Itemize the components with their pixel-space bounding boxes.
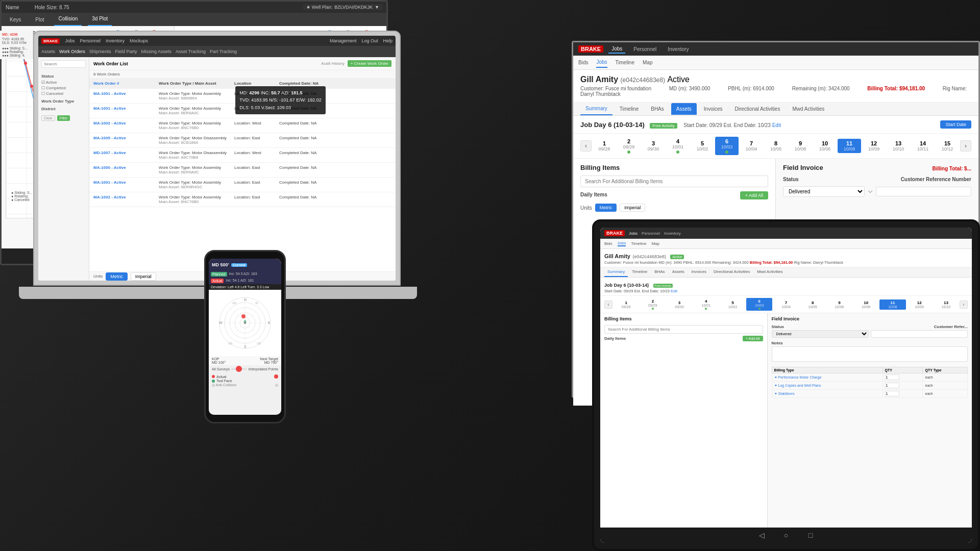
- table-row[interactable]: MA-1005 - Active Work Order Type: Motor …: [89, 133, 396, 148]
- status-completed[interactable]: ☐ Completed: [41, 86, 86, 90]
- lm-subnav-timeline[interactable]: Timeline: [616, 58, 634, 67]
- ip-target-check[interactable]: Tool Face: [212, 379, 278, 383]
- lm-tab-timeline[interactable]: Timeline: [615, 103, 644, 115]
- lm-subnav-jobs[interactable]: Jobs: [596, 57, 607, 68]
- wol-nav-mockups[interactable]: Mockups: [130, 38, 148, 43]
- at-day-6[interactable]: 610/03: [746, 298, 772, 311]
- wol-nav-inventory[interactable]: Inventory: [106, 38, 125, 43]
- at-billing-row[interactable]: ✦ Log Copies and Well Plans each: [772, 382, 967, 390]
- at-day-5[interactable]: 510/02: [720, 299, 746, 310]
- cal-day-1[interactable]: 109/28: [593, 139, 616, 153]
- at-cal-next[interactable]: ›: [960, 300, 968, 309]
- cal-day-9[interactable]: 910/08: [789, 139, 812, 153]
- lm-tab-bhas[interactable]: BHAs: [646, 103, 669, 115]
- cal-day-7[interactable]: 710/04: [740, 139, 763, 153]
- at-tab-mwd[interactable]: Mwd Activities: [754, 267, 786, 277]
- cal-day-6[interactable]: 610/03: [715, 137, 739, 155]
- table-row[interactable]: MA-1002 - Active Work Order Type: Motor …: [89, 192, 396, 207]
- at-billing-row[interactable]: ✦ Stabilizers each: [772, 390, 967, 398]
- ip-track[interactable]: [231, 368, 247, 370]
- audit-history-btn[interactable]: Audit History: [321, 61, 344, 66]
- lm-edit-link[interactable]: Edit: [772, 122, 781, 128]
- at-day-11[interactable]: 1110/08: [879, 299, 905, 310]
- billing-qty-1[interactable]: [883, 373, 923, 382]
- cal-prev-btn[interactable]: ‹: [580, 140, 592, 152]
- at-nav-personnel[interactable]: Personnel: [642, 231, 660, 236]
- status-canceled[interactable]: ☐ Canceled: [41, 91, 86, 96]
- at-day-1[interactable]: 109/28: [613, 299, 639, 310]
- at-billing-search[interactable]: [604, 325, 763, 334]
- at-nav-inventory[interactable]: Inventory: [664, 231, 681, 236]
- table-row[interactable]: MA-1000 - Active Work Order Type: Motor …: [89, 163, 396, 178]
- wol-subnav-assettrack[interactable]: Asset Tracking: [176, 49, 206, 54]
- lm-subnav-map[interactable]: Map: [643, 58, 652, 67]
- at-add-all-btn[interactable]: + Add All: [743, 336, 763, 341]
- billing-qty-2[interactable]: [883, 382, 923, 390]
- at-cust-ref-input[interactable]: [871, 330, 968, 338]
- lm-tab-summary[interactable]: Summary: [580, 103, 612, 115]
- billing-qty-input[interactable]: [885, 391, 899, 396]
- wol-subnav-parttrack[interactable]: Part Tracking: [210, 49, 237, 54]
- android-menu-btn[interactable]: □: [806, 531, 815, 540]
- lm-start-date-btn[interactable]: Start Date: [940, 120, 971, 129]
- at-subnav-jobs[interactable]: Jobs: [618, 241, 626, 246]
- ip-anticoll-check[interactable]: ◎ Anti-Collision ◎: [212, 383, 278, 387]
- cal-next-btn[interactable]: ›: [960, 140, 971, 152]
- at-tab-timeline[interactable]: Timeline: [629, 267, 650, 277]
- cal-day-10[interactable]: 1010/06: [813, 139, 837, 153]
- imperial-btn[interactable]: Imperial: [131, 272, 156, 281]
- at-tab-bhas[interactable]: BHAs: [651, 267, 668, 277]
- at-day-4[interactable]: 410/01: [693, 298, 719, 311]
- tab-plot[interactable]: Plot: [31, 13, 48, 26]
- at-day-10[interactable]: 1010/06: [853, 299, 879, 310]
- billing-qty-input[interactable]: [885, 383, 899, 388]
- at-day-12[interactable]: 1210/09: [906, 299, 933, 310]
- at-tab-assets[interactable]: Assets: [669, 267, 688, 277]
- table-row[interactable]: MA-1001 - Active Work Order Type: Motor …: [89, 178, 396, 192]
- lm-tab-assets[interactable]: Assets: [671, 103, 697, 115]
- cal-day-5[interactable]: 510/02: [691, 139, 714, 153]
- tab-keys[interactable]: Keys: [6, 13, 25, 26]
- billing-qty-3[interactable]: [883, 390, 923, 398]
- at-tab-directional[interactable]: Directional Activities: [710, 267, 753, 277]
- clear-btn[interactable]: Clear: [41, 115, 55, 121]
- wol-nav-help[interactable]: Help: [383, 38, 393, 43]
- at-day-13[interactable]: 1310/10: [933, 299, 959, 310]
- status-active[interactable]: ☑ Active: [41, 80, 86, 85]
- at-day-3[interactable]: 309/30: [666, 299, 692, 310]
- tab-3dplot[interactable]: 3d Plot: [88, 13, 112, 26]
- lm-nav-jobs[interactable]: Jobs: [608, 45, 625, 54]
- at-cal-prev[interactable]: ‹: [604, 300, 612, 309]
- lm-cust-ref-input[interactable]: [876, 187, 971, 196]
- lm-add-all-btn[interactable]: + Add All: [740, 191, 768, 199]
- at-billing-row[interactable]: ✦ Performance Motor Charge each: [772, 373, 967, 382]
- table-row[interactable]: MA-1002 - Active Work Order Type: Motor …: [89, 118, 396, 133]
- wol-subnav-assets[interactable]: Assets: [41, 49, 55, 54]
- cal-day-4[interactable]: 410/01: [666, 137, 690, 155]
- cal-day-14[interactable]: 1410/11: [911, 139, 935, 153]
- wol-nav-jobs[interactable]: Jobs: [65, 38, 75, 43]
- lm-nav-inventory[interactable]: Inventory: [665, 45, 692, 53]
- well-plan-selector[interactable]: ★ Well Plan: BZLVDAI/DKDKJK ▼: [303, 4, 382, 10]
- wol-subnav-missing[interactable]: Missing Assets: [141, 49, 172, 54]
- wol-search-input[interactable]: [41, 60, 86, 68]
- at-day-8[interactable]: 810/05: [800, 299, 826, 310]
- at-notes-input[interactable]: [772, 346, 968, 362]
- billing-qty-input[interactable]: [885, 374, 899, 380]
- wol-subnav-fieldparty[interactable]: Field Party: [115, 49, 137, 54]
- ip-thumb[interactable]: [236, 366, 242, 372]
- cal-day-8[interactable]: 810/05: [764, 139, 788, 153]
- wol-subnav-shipments[interactable]: Shipments: [89, 49, 111, 54]
- create-workorder-btn[interactable]: + Create Work Order: [348, 60, 391, 67]
- cal-day-15[interactable]: 1510/12: [936, 139, 959, 153]
- at-edit-link[interactable]: Edit: [671, 289, 677, 293]
- metric-btn[interactable]: Metric: [106, 272, 128, 281]
- at-subnav-map[interactable]: Map: [651, 241, 659, 246]
- cal-day-2[interactable]: 209/29: [617, 137, 641, 155]
- lm-billing-search[interactable]: [580, 176, 768, 187]
- cal-day-11[interactable]: 1110/08: [838, 139, 861, 153]
- lm-imperial-btn[interactable]: Imperial: [620, 204, 645, 212]
- at-day-7[interactable]: 710/04: [773, 299, 799, 310]
- lm-metric-btn[interactable]: Metric: [595, 204, 617, 212]
- cal-day-12[interactable]: 1210/09: [862, 139, 886, 153]
